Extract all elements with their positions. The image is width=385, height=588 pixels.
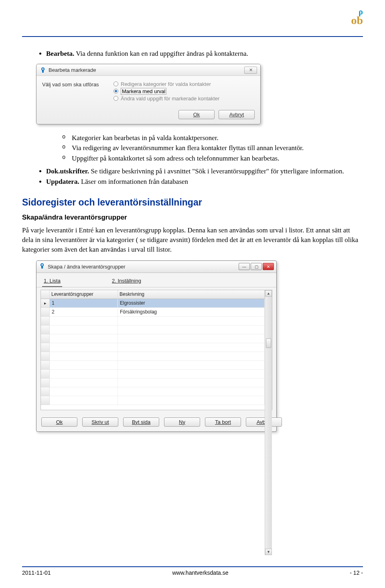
dialog-bearbeta-markerade: Bearbeta markerade ✕ Välj vad som ska ut… [36,64,261,124]
cell-empty[interactable] [118,334,265,343]
cell-empty[interactable] [118,396,265,405]
bullet-upp-text: Läser om informationen från databasen [79,178,188,185]
cell-empty[interactable] [118,387,265,396]
cell-empty[interactable] [50,317,118,326]
bullet-uppdatera: Uppdatera. Läser om informationen från d… [46,177,363,187]
radio-circle-icon [113,81,118,86]
cell-empty[interactable] [50,352,118,361]
close-icon[interactable]: ✕ [263,263,274,270]
svg-point-2 [41,264,43,266]
brand-logo: ρ ob [351,8,363,25]
bullet-dok-label: Dok.utskrifter. [46,167,89,175]
cell-desc[interactable]: Elgrossister [118,299,265,308]
cell-empty[interactable] [118,343,265,352]
cell-empty[interactable] [118,326,265,334]
cell-empty[interactable] [118,317,265,326]
dialog1-prompt: Välj vad som ska utföras [42,81,106,87]
bullet-bearbeta-label: Bearbeta. [46,50,74,57]
cancel-button[interactable]: Avbryt [246,417,282,427]
row-marker-icon: ▸ [41,299,50,308]
dialog1-title: Bearbeta markerade [49,67,244,73]
cell-empty[interactable] [50,396,118,405]
scrollbar[interactable]: ▲ ▼ [265,290,272,555]
delete-button[interactable]: Ta bort [205,417,241,427]
window2-title: Skapa / ändra leverantörsgrupper [48,264,239,270]
app-icon [40,67,46,73]
cell-empty[interactable] [50,378,118,387]
cell-id[interactable]: 2 [50,308,118,317]
footer-date: 2011-11-01 [22,570,51,576]
sub-heading: Skapa/ändra leverantörsgrupper [22,214,363,222]
svg-rect-1 [42,70,44,73]
radio-markera-urval[interactable]: Markera med urval [113,87,255,95]
row-marker [41,326,50,334]
scroll-down-icon[interactable]: ▼ [265,549,272,555]
tab-installning[interactable]: 2. Inställning [110,276,143,287]
sub-item: Kategorier kan bearbetas in på valda kon… [62,133,363,143]
bullet-bearbeta-text: Via denna funktion kan en rad uppgifter … [74,50,248,57]
cell-empty[interactable] [50,334,118,343]
row-marker [41,387,50,396]
section-heading: Sidoregister och leverantörsinställninga… [22,197,363,208]
cell-empty[interactable] [118,370,265,378]
cell-empty[interactable] [50,370,118,378]
sub-item: Uppgifter på kontaktkortet så som adress… [62,154,363,163]
grid-header-id: Leverantörsgrupper [50,290,118,299]
cell-empty[interactable] [50,387,118,396]
dialog1-options: Redigera kategorier för valda kontakter … [113,81,255,102]
cell-empty[interactable] [50,326,118,334]
bullet-upp-label: Uppdatera. [46,178,79,185]
cell-empty[interactable] [50,343,118,352]
new-button[interactable]: Ny [164,417,200,427]
data-grid[interactable]: Leverantörsgrupper Beskrivning ▲ ▼ ▸ 1 E… [41,290,272,410]
row-marker [41,361,50,370]
header-rule [22,36,363,37]
scroll-up-icon[interactable]: ▲ [265,290,272,297]
radio-label: Redigera kategorier för valda kontakter [121,81,211,87]
row-marker [41,308,50,317]
radio-label: Markera med urval [121,88,166,95]
row-marker [41,378,50,387]
row-marker [41,370,50,378]
grid-header-desc: Beskrivning [118,290,265,299]
app-icon [39,263,45,271]
ok-button[interactable]: Ok [178,110,215,119]
tab-lista[interactable]: 1. Lista [42,276,62,287]
page-footer: 2011-11-01 www.hantverksdata.se - 12 - [22,566,363,576]
sub-item: Via redigering av leverantörsnummer kan … [62,143,363,153]
print-button[interactable]: Skriv ut [82,417,118,427]
change-page-button[interactable]: Byt sida [123,417,159,427]
svg-point-0 [42,68,44,70]
row-marker [41,396,50,405]
window-leverantorsgrupper: Skapa / ändra leverantörsgrupper — ▢ ✕ 1… [36,260,277,432]
row-marker [41,343,50,352]
row-marker [41,352,50,361]
radio-circle-icon [113,89,118,94]
footer-page: - 12 - [350,570,363,576]
cell-desc[interactable]: Försäkringsbolag [118,308,265,317]
minimize-icon[interactable]: — [239,263,250,270]
row-marker [41,317,50,326]
close-icon[interactable]: ✕ [244,67,257,74]
cell-id[interactable]: 1 [50,299,118,308]
cancel-button[interactable]: Avbryt [219,110,255,119]
svg-rect-3 [41,266,43,269]
radio-redigera-kategorier[interactable]: Redigera kategorier för valda kontakter [113,81,255,87]
cell-empty[interactable] [118,378,265,387]
scroll-thumb[interactable] [266,338,271,348]
grid-corner [41,290,50,299]
ok-button[interactable]: Ok [41,417,77,427]
row-marker [41,334,50,343]
cell-empty[interactable] [50,361,118,370]
radio-andra-uppgift[interactable]: Ändra vald uppgift för markerade kontakt… [113,95,255,102]
bullet-dokutskrifter: Dok.utskrifter. Se tidigare beskrivning … [46,167,363,176]
cell-empty[interactable] [118,352,265,361]
radio-circle-icon [113,96,118,101]
window2-titlebar: Skapa / ändra leverantörsgrupper — ▢ ✕ [36,261,276,273]
footer-url: www.hantverksdata.se [172,570,228,576]
maximize-icon[interactable]: ▢ [251,263,262,270]
radio-label: Ändra vald uppgift för markerade kontakt… [121,96,219,102]
logo-bottom: ob [351,15,363,25]
cell-empty[interactable] [118,361,265,370]
body-paragraph: På varje leverantör i Entré kan en lever… [22,226,363,254]
